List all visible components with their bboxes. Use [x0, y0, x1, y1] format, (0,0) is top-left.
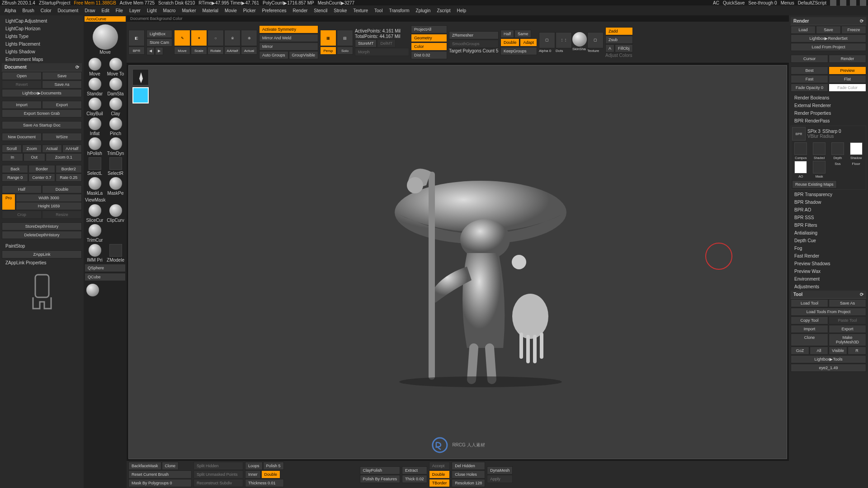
minimize-icon[interactable]	[840, 0, 846, 6]
render-properties[interactable]: Render Properties	[791, 109, 866, 117]
bpr-shadow[interactable]: BPR Shadow	[791, 198, 866, 206]
zoom-value[interactable]: Zoom 0.1	[46, 153, 82, 161]
export-button[interactable]: Export	[42, 101, 82, 109]
double-res[interactable]: Double	[500, 38, 520, 47]
menu-layer[interactable]: Layer	[129, 8, 141, 13]
environment[interactable]: Environment	[791, 275, 866, 283]
antialiasing[interactable]: Antialiasing	[791, 229, 866, 237]
tool-import[interactable]: Import	[791, 325, 828, 333]
adjustments[interactable]: Adjustments	[791, 283, 866, 291]
tool-export[interactable]: Export	[829, 325, 866, 333]
move-mode[interactable]: Move	[174, 47, 190, 55]
thickness-slider[interactable]: Thickness 0.01	[245, 479, 284, 487]
skinshade-icon[interactable]	[572, 32, 587, 47]
height-slider[interactable]: Height 1659	[16, 202, 82, 210]
brush-inflate[interactable]: Inflat	[85, 117, 105, 136]
aahalf-button[interactable]: AAHalf	[62, 145, 82, 153]
goz-all[interactable]: All	[810, 347, 828, 355]
tool-name[interactable]: eye2_1.49	[791, 364, 866, 372]
resolution-slider[interactable]: Resolution 128	[452, 479, 485, 487]
menu-draw[interactable]: Draw	[85, 8, 95, 13]
menu-zplugin[interactable]: Zplugin	[416, 8, 431, 13]
group-visible[interactable]: GroupVisible	[289, 51, 318, 59]
menu-texture[interactable]: Texture	[353, 8, 368, 13]
brush-trimcurve[interactable]: TrimCur	[85, 224, 105, 243]
polish-slider[interactable]: Polish 5	[263, 462, 284, 470]
same-res[interactable]: Same	[514, 30, 532, 38]
menu-transform[interactable]: Transform	[389, 8, 409, 13]
reset-brush[interactable]: Reset Current Brush	[128, 470, 192, 479]
out-button[interactable]: Out	[24, 153, 45, 161]
render-load[interactable]: Load	[791, 26, 816, 34]
external-renderer[interactable]: External Renderer	[791, 102, 866, 109]
saveas-button[interactable]: Save As	[42, 80, 82, 89]
goz-r[interactable]: R	[848, 347, 866, 355]
brush-viewmask[interactable]: ViewMask	[85, 197, 126, 203]
flat-mode[interactable]: Flat	[829, 75, 866, 83]
thick-slider[interactable]: Thick 0.02	[402, 475, 427, 483]
persp-button[interactable]: Persp	[320, 47, 336, 55]
half-res[interactable]: Half	[500, 30, 514, 38]
fog[interactable]: Fog	[791, 244, 866, 252]
edit-mode-icon[interactable]: ✎	[174, 30, 190, 46]
import-button[interactable]: Import	[2, 101, 42, 109]
actual-button[interactable]: Actual	[42, 145, 62, 153]
in-button[interactable]: In	[2, 153, 23, 161]
resize-button[interactable]: Resize	[42, 211, 82, 219]
lightbox-tools[interactable]: Lightbox▶Tools	[791, 355, 866, 363]
lights-shadow[interactable]: Lights Shadow	[2, 48, 82, 56]
menu-marker[interactable]: Marker	[182, 8, 196, 13]
refresh-icon[interactable]: ⟳	[75, 65, 79, 70]
lightbox-renderset[interactable]: Lightbox▶RenderSet	[791, 34, 866, 42]
make-polymesh3d[interactable]: Make PolyMesh3D	[829, 333, 866, 346]
composite-pass[interactable]	[794, 142, 807, 155]
store-depth-history[interactable]: StoreDepthHistory	[2, 222, 82, 230]
brush-slicecurve[interactable]: SliceCur	[85, 204, 105, 223]
activate-symmetry[interactable]: Activate Symmetry	[259, 25, 318, 33]
border2-button[interactable]: Border2	[56, 165, 82, 173]
tool-header[interactable]: Tool ⟳	[791, 291, 866, 299]
default-zscript[interactable]: DefaultZScript	[798, 0, 826, 5]
fillobj-button[interactable]: FillObj	[615, 44, 633, 52]
zoom-icon[interactable]: ⊕	[241, 30, 257, 46]
new-document[interactable]: New Document	[2, 133, 42, 141]
geometry-button[interactable]: Geometry	[411, 34, 447, 42]
goz-visible[interactable]: Visible	[829, 347, 847, 355]
window-icon[interactable]	[830, 0, 836, 6]
tool-saveas[interactable]: Save As	[829, 299, 866, 307]
lights-placement[interactable]: Lights Placement	[2, 40, 82, 48]
apply-dynamesh[interactable]: Apply	[487, 475, 513, 483]
load-tools-project[interactable]: Load Tools From Project	[791, 308, 866, 316]
export-screen-grab[interactable]: Export Screen Grab	[2, 109, 82, 117]
brush-hpolish[interactable]: hPolish	[85, 137, 105, 156]
render-button[interactable]: Render	[829, 55, 866, 63]
wsize-button[interactable]: WSize	[42, 133, 82, 141]
half-button[interactable]: Half	[2, 185, 42, 193]
brush-selectrect[interactable]: SelectR	[105, 157, 126, 176]
menu-brush[interactable]: Brush	[23, 8, 34, 13]
brush-clay[interactable]: Clay	[105, 97, 126, 117]
brush-maskpen[interactable]: MaskPe	[105, 177, 126, 196]
brush-damstandard[interactable]: DamSta	[105, 77, 126, 97]
spix-slider[interactable]: SPix 3	[807, 129, 821, 134]
mirror-and-weld[interactable]: Mirror And Weld	[259, 34, 318, 42]
save-startup-doc[interactable]: Save As Startup Doc	[2, 121, 82, 129]
depth-cue[interactable]: Depth Cue	[791, 237, 866, 244]
back-button[interactable]: Back	[2, 165, 28, 173]
store-mt[interactable]: StoreMT	[355, 39, 377, 47]
brush-immprimitive[interactable]: IMM Pri	[85, 244, 105, 263]
maximize-icon[interactable]	[850, 0, 856, 6]
crop-button[interactable]: Crop	[2, 211, 42, 219]
prev-cam-icon[interactable]: ◀	[146, 47, 155, 55]
brush-trimdynamic[interactable]: TrimDyn	[105, 137, 126, 156]
scroll-button[interactable]: Scroll	[2, 145, 22, 153]
shaded-pass[interactable]	[813, 142, 826, 155]
lightcap-horizon[interactable]: LightCap Horizon	[2, 25, 82, 33]
qsphere-button[interactable]: QSphere	[85, 264, 126, 272]
menu-stroke[interactable]: Stroke	[334, 8, 347, 13]
bpr-pass-icon[interactable]: BPR	[792, 127, 806, 141]
alpha-icon[interactable]: ▢	[539, 32, 555, 48]
qcube-button[interactable]: QCube	[85, 273, 126, 281]
refresh-icon[interactable]: ⟳	[860, 292, 863, 297]
menu-material[interactable]: Material	[203, 8, 219, 13]
